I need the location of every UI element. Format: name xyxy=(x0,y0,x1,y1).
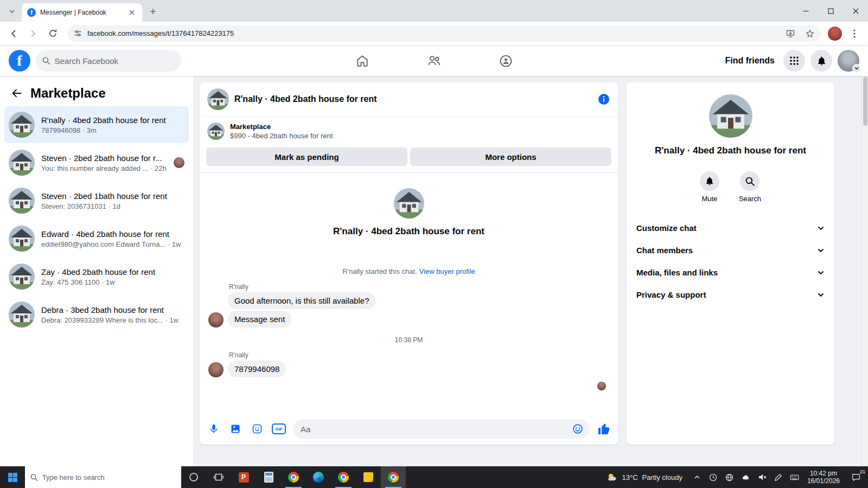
hidden-icons-button[interactable] xyxy=(689,466,705,488)
message-bubble[interactable]: Message sent xyxy=(228,311,291,328)
touch-keyboard-tray-icon-button[interactable] xyxy=(787,466,803,488)
microphone-icon xyxy=(208,423,219,434)
close-window-button[interactable] xyxy=(843,0,868,22)
chrome-profile2-taskbar-icon[interactable] xyxy=(331,466,356,488)
message-input[interactable] xyxy=(301,425,570,434)
task-view-button[interactable] xyxy=(206,466,231,488)
taskbar-tray: 13°C Partly cloudy xyxy=(600,466,868,488)
sticker-button[interactable] xyxy=(250,421,265,436)
chat-members-section[interactable]: Chat members xyxy=(627,239,834,261)
conversation-snippet: eddiet980@yahoo.com Edward Turna... · 1w xyxy=(41,240,184,248)
voice-clip-button[interactable] xyxy=(206,421,221,436)
cortana-button[interactable] xyxy=(181,466,206,488)
page-scrollbar[interactable] xyxy=(861,46,868,466)
minimize-button[interactable] xyxy=(793,0,818,22)
edge-taskbar-icon[interactable] xyxy=(306,466,331,488)
new-tab-button[interactable] xyxy=(145,4,161,19)
weather-widget[interactable]: 13°C Partly cloudy xyxy=(600,466,688,488)
emoji-button[interactable] xyxy=(570,421,585,436)
start-button[interactable] xyxy=(0,466,25,488)
taskbar-search[interactable] xyxy=(25,466,181,488)
scrollbar-thumb[interactable] xyxy=(863,77,867,126)
browser-toolbar: facebook.com/messages/t/1376417824223175 xyxy=(0,22,868,46)
chrome-active-taskbar-icon[interactable] xyxy=(381,466,406,488)
groups-tab[interactable] xyxy=(493,48,519,74)
forward-button[interactable] xyxy=(24,24,42,43)
task-view-icon xyxy=(214,472,224,482)
taskbar-search-input[interactable] xyxy=(42,473,176,481)
conversation-list-item[interactable]: Zay · 4bed 2bath house for rent Zay: 475… xyxy=(4,258,189,295)
message-input-field[interactable] xyxy=(293,419,590,439)
calculator-icon xyxy=(264,472,273,483)
pen-tray-icon-button[interactable] xyxy=(770,466,787,488)
mute-button[interactable]: Mute xyxy=(700,171,719,203)
reload-button[interactable] xyxy=(43,24,62,43)
profile-avatar[interactable] xyxy=(838,50,859,72)
chat-body: R'nally · 4bed 2bath house for rent R'na… xyxy=(200,173,618,413)
listing-house-avatar xyxy=(9,112,35,138)
mark-as-pending-button[interactable]: Mark as pending xyxy=(206,147,407,166)
chrome-icon xyxy=(338,472,349,483)
weather-condition: Partly cloudy xyxy=(642,473,682,481)
media-files-links-section[interactable]: Media, files and links xyxy=(627,261,834,284)
chevron-down-icon xyxy=(817,247,825,254)
taskbar-time: 10:42 pm xyxy=(810,470,837,477)
search-in-conversation-button[interactable]: Search xyxy=(739,171,761,203)
seen-indicator-row xyxy=(208,382,609,390)
friends-tab[interactable] xyxy=(421,48,447,74)
customize-chat-section[interactable]: Customize chat xyxy=(627,217,834,239)
chrome-taskbar-icon[interactable] xyxy=(281,466,306,488)
listing-house-avatar xyxy=(9,226,35,252)
message-row: 7879946098 xyxy=(208,361,609,377)
privacy-support-section[interactable]: Privacy & support xyxy=(627,284,834,306)
install-app-button[interactable] xyxy=(783,27,797,41)
conversation-info-button[interactable] xyxy=(597,93,610,106)
conversation-list-item[interactable]: Steven · 2bed 2bath house for r... You: … xyxy=(4,144,189,181)
more-options-button[interactable]: More options xyxy=(410,147,611,166)
action-center-button[interactable]: 21 xyxy=(844,466,868,488)
back-button[interactable] xyxy=(4,24,23,43)
sticky-notes-taskbar-icon[interactable] xyxy=(356,466,381,488)
url-text: facebook.com/messages/t/1376417824223175 xyxy=(87,29,778,37)
marketplace-banner: Marketplace $990 - 4bed 2bath house for … xyxy=(200,116,618,143)
volume-tray-icon-button[interactable] xyxy=(754,466,770,488)
browser-tab[interactable]: f Messenger | Facebook xyxy=(22,3,142,22)
maximize-button[interactable] xyxy=(818,0,843,22)
calculator-taskbar-icon[interactable] xyxy=(256,466,281,488)
conversation-list-item[interactable]: Steven · 2bed 1bath house for rent Steve… xyxy=(4,182,189,219)
taskbar-date: 16/01/2026 xyxy=(807,477,840,485)
kebab-menu-icon xyxy=(853,29,856,38)
network-tray-icon-button[interactable] xyxy=(722,466,738,488)
conversation-list-item[interactable]: R'nally · 4bed 2bath house for rent 7879… xyxy=(4,106,189,143)
tab-close-button[interactable] xyxy=(127,8,137,17)
back-button-marketplace[interactable] xyxy=(11,87,23,99)
tab-list-button[interactable] xyxy=(4,4,20,19)
powerpoint-taskbar-icon[interactable]: P xyxy=(231,466,256,488)
facebook-search-input[interactable] xyxy=(55,56,175,66)
gif-button[interactable]: GIF xyxy=(271,421,286,436)
browser-menu-button[interactable] xyxy=(845,24,864,43)
conversation-list-item[interactable]: Edward · 4bed 2bath house for rent eddie… xyxy=(4,220,189,257)
browser-profile-avatar[interactable] xyxy=(828,27,842,41)
view-buyer-profile-link[interactable]: View buyer profile xyxy=(419,267,475,275)
apps-menu-button[interactable] xyxy=(783,50,805,72)
chevron-down-icon xyxy=(9,8,15,15)
like-button[interactable] xyxy=(596,421,611,436)
clock-tray-icon-button[interactable] xyxy=(705,466,722,488)
notifications-button[interactable] xyxy=(810,50,832,72)
bookmark-button[interactable] xyxy=(803,27,817,41)
attach-photo-button[interactable] xyxy=(228,421,243,436)
listing-house-avatar xyxy=(9,301,35,328)
find-friends-link[interactable]: Find friends xyxy=(725,56,775,66)
conversation-list-item[interactable]: Debra · 3bed 2bath house for rent Debra:… xyxy=(4,296,189,333)
message-bubble[interactable]: 7879946098 xyxy=(228,361,286,377)
chevron-down-icon xyxy=(817,224,825,232)
home-tab[interactable] xyxy=(349,48,375,74)
taskbar-clock[interactable]: 10:42 pm 16/01/2026 xyxy=(803,466,844,488)
onedrive-tray-icon-button[interactable] xyxy=(738,466,754,488)
facebook-search[interactable] xyxy=(36,50,181,72)
thumbs-up-icon xyxy=(597,422,610,435)
facebook-logo[interactable]: f xyxy=(9,50,30,72)
address-bar[interactable]: facebook.com/messages/t/1376417824223175 xyxy=(67,25,820,42)
message-bubble[interactable]: Good afternoon, is this still available? xyxy=(228,292,375,309)
